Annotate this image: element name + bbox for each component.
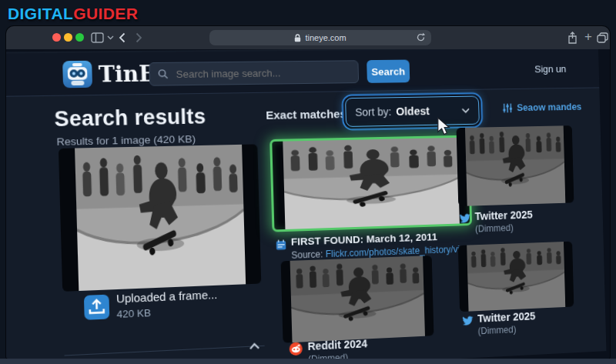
zoom-window-button[interactable]: [75, 33, 84, 42]
calendar-icon: [276, 239, 286, 251]
page-viewport: TinEye Search Sign un Search results Res…: [6, 49, 610, 359]
selected-match-thumbnail[interactable]: [270, 135, 472, 232]
divider: [65, 346, 265, 356]
sort-by-value: Oldest: [396, 105, 430, 118]
match-note: (Dimmed): [475, 222, 534, 234]
share-icon[interactable]: [567, 32, 578, 44]
uploaded-image-preview: [59, 144, 261, 291]
search-bar[interactable]: [149, 60, 359, 85]
match-title[interactable]: Twitter 2025: [477, 310, 536, 325]
match-thumbnail-twitter-1[interactable]: [457, 125, 574, 206]
match-caption: Twitter 2025 (Dimmed): [477, 310, 536, 337]
tineye-navbar: TinEye Search Sign un: [6, 49, 599, 97]
new-tab-icon[interactable]: +: [584, 29, 592, 45]
forward-icon[interactable]: [136, 32, 142, 43]
sort-by-label: Sort by:: [355, 105, 392, 119]
watermark-red-text: GUIDER: [73, 5, 138, 22]
upload-file-size: 420 KB: [116, 307, 151, 320]
twitter-icon: [461, 315, 474, 326]
filter-sliders-icon: [502, 104, 512, 113]
match-caption: Twitter 2025 (Dimmed): [474, 209, 533, 235]
upload-icon: [84, 295, 109, 320]
search-button[interactable]: Search: [367, 60, 410, 83]
lock-icon: [294, 34, 301, 42]
match-title[interactable]: Reddit 2024: [307, 337, 367, 352]
search-icon: [158, 68, 169, 79]
reddit-icon: [290, 342, 303, 356]
back-icon[interactable]: [119, 32, 126, 43]
chevron-down-icon: [461, 108, 470, 113]
chevron-up-icon[interactable]: [249, 342, 259, 350]
match-title[interactable]: Twitter 2025: [474, 209, 533, 222]
close-window-button[interactable]: [52, 33, 61, 42]
twitter-icon: [459, 212, 471, 223]
tineye-page: TinEye Search Sign un Search results Res…: [6, 49, 606, 359]
exact-matches-header: Exact matches: [266, 107, 346, 122]
search-input[interactable]: [174, 65, 350, 81]
page-title: Search results: [54, 105, 206, 132]
match-note: (Dimmed): [308, 351, 368, 359]
mouse-cursor: [436, 117, 451, 135]
browser-window: tineye.com +: [6, 26, 610, 359]
digitalguider-watermark: DIGITALGUIDER: [8, 5, 138, 23]
match-thumbnail-reddit[interactable]: [281, 255, 434, 343]
match-tools-label: Seaow mandes: [517, 102, 581, 113]
match-note: (Dimmed): [477, 323, 536, 336]
window-bottom-edge: [0, 359, 616, 364]
watermark-blue-text: DIGITAL: [8, 5, 73, 22]
tineye-logo-icon[interactable]: [62, 61, 92, 88]
sidebar-toggle-icon[interactable]: [91, 32, 104, 43]
url-bar[interactable]: tineye.com: [209, 30, 431, 45]
refresh-icon[interactable]: [416, 32, 426, 42]
sort-by-dropdown[interactable]: Sort by: Oldest: [345, 95, 480, 127]
minimize-window-button[interactable]: [64, 33, 72, 42]
match-tools-link[interactable]: Seaow mandes: [502, 102, 581, 113]
tab-overview-icon[interactable]: [597, 32, 608, 43]
match-caption: Reddit 2024 (Dimmed): [307, 337, 367, 359]
match-thumbnail-twitter-2[interactable]: [458, 242, 574, 312]
sign-up-link[interactable]: Sign un: [534, 63, 566, 75]
browser-toolbar: tineye.com +: [6, 26, 610, 49]
chevron-down-icon[interactable]: [107, 35, 114, 40]
upload-title: Uploaded a frame...: [116, 289, 218, 306]
url-text: tineye.com: [305, 33, 346, 42]
